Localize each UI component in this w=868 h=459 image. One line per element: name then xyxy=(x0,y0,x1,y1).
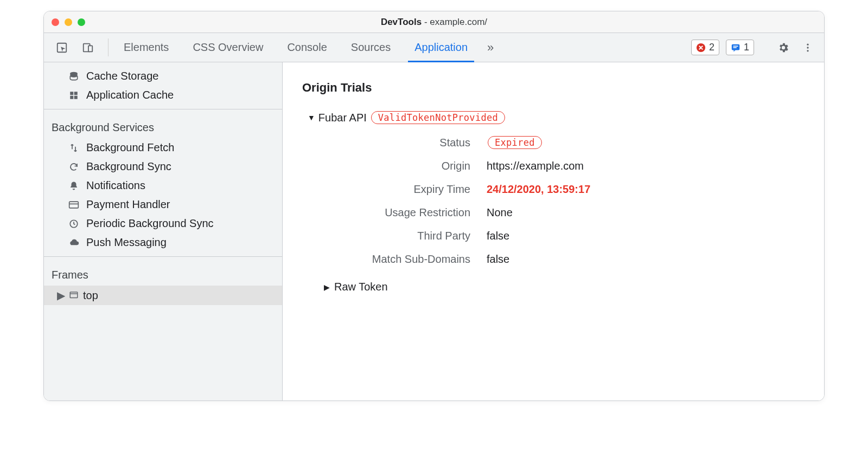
database-icon xyxy=(68,71,80,82)
svg-rect-11 xyxy=(70,92,73,95)
value-usage: None xyxy=(487,206,805,219)
credit-card-icon xyxy=(68,201,80,209)
sidebar-item-payment-handler[interactable]: Payment Handler xyxy=(44,195,282,214)
svg-point-9 xyxy=(807,50,808,51)
svg-rect-12 xyxy=(74,92,78,95)
frames-top-item[interactable]: ▶ top xyxy=(44,286,282,305)
sidebar-item-label: Application Cache xyxy=(86,89,174,101)
svg-rect-5 xyxy=(733,46,738,47)
sidebar-group-background: Background Services Background Fetch Bac… xyxy=(44,109,282,257)
more-vertical-icon xyxy=(802,42,813,53)
sidebar-header-frames: Frames xyxy=(44,261,282,286)
bell-icon xyxy=(68,181,80,191)
label-third-party: Third Party xyxy=(329,230,470,242)
sidebar-item-label: Payment Handler xyxy=(86,198,170,211)
svg-rect-2 xyxy=(88,46,92,51)
tab-console[interactable]: Console xyxy=(275,33,339,62)
sidebar-item-background-sync[interactable]: Background Sync xyxy=(44,157,282,176)
errors-badge[interactable]: 2 xyxy=(691,40,719,55)
title-page: example.com/ xyxy=(430,17,487,27)
error-icon xyxy=(696,43,706,53)
sync-icon xyxy=(68,162,80,172)
frame-icon xyxy=(69,290,79,300)
window-zoom-button[interactable] xyxy=(78,18,85,26)
settings-button[interactable] xyxy=(774,38,793,57)
title-app: DevTools xyxy=(381,17,422,27)
sidebar-item-cache-storage[interactable]: Cache Storage xyxy=(44,67,282,86)
frames-top-label: top xyxy=(83,289,98,302)
tab-css-overview[interactable]: CSS Overview xyxy=(181,33,275,62)
origin-trial: ▼ Fubar API ValidTokenNotProvided Status… xyxy=(308,111,805,293)
tab-sources[interactable]: Sources xyxy=(339,33,403,62)
devtools-toolbar: Elements CSS Overview Console Sources Ap… xyxy=(44,33,824,62)
sidebar-item-background-fetch[interactable]: Background Fetch xyxy=(44,138,282,157)
sidebar-item-notifications[interactable]: Notifications xyxy=(44,176,282,195)
sidebar-item-label: Background Sync xyxy=(86,160,171,173)
panel-tabs: Elements CSS Overview Console Sources Ap… xyxy=(112,33,480,62)
clock-icon xyxy=(68,219,80,229)
collapse-triangle-icon: ▼ xyxy=(308,113,315,122)
application-sidebar: Cache Storage Application Cache Backgrou… xyxy=(44,62,283,400)
grid-icon xyxy=(68,90,80,100)
value-match-subdomains: false xyxy=(487,253,805,266)
label-status: Status xyxy=(329,137,470,149)
devtools-window: DevTools - example.com/ Elements CSS Ove… xyxy=(43,11,825,401)
sidebar-item-label: Push Messaging xyxy=(86,236,167,249)
chevron-double-right-icon: » xyxy=(487,41,494,55)
label-usage: Usage Restriction xyxy=(329,206,470,219)
svg-rect-13 xyxy=(70,95,73,99)
svg-point-7 xyxy=(807,43,808,45)
issues-badge[interactable]: 1 xyxy=(726,40,754,55)
sidebar-item-label: Cache Storage xyxy=(86,70,158,82)
value-origin: https://example.com xyxy=(487,160,805,172)
sidebar-item-label: Background Fetch xyxy=(86,141,174,154)
sidebar-header-background: Background Services xyxy=(44,114,282,138)
panel-body: Cache Storage Application Cache Backgrou… xyxy=(44,62,824,400)
status-pill: Expired xyxy=(488,136,542,149)
svg-rect-15 xyxy=(69,202,79,208)
window-close-button[interactable] xyxy=(52,18,59,26)
issues-count: 1 xyxy=(744,42,749,53)
sidebar-item-periodic-sync[interactable]: Periodic Background Sync xyxy=(44,214,282,233)
sidebar-group-cache: Cache Storage Application Cache xyxy=(44,62,282,109)
tab-application[interactable]: Application xyxy=(403,33,480,62)
value-third-party: false xyxy=(487,230,805,242)
sidebar-item-label: Periodic Background Sync xyxy=(86,217,214,230)
trial-header[interactable]: ▼ Fubar API ValidTokenNotProvided xyxy=(308,111,805,124)
window-minimize-button[interactable] xyxy=(65,18,72,26)
cloud-icon xyxy=(68,238,80,247)
expand-triangle-icon[interactable]: ▶ xyxy=(57,289,65,302)
value-expiry: 24/12/2020, 13:59:17 xyxy=(487,183,805,196)
separator xyxy=(108,38,108,56)
svg-rect-6 xyxy=(733,47,736,48)
traffic-lights xyxy=(52,18,85,26)
sidebar-item-push-messaging[interactable]: Push Messaging xyxy=(44,233,282,252)
tab-elements[interactable]: Elements xyxy=(112,33,181,62)
value-status: Expired xyxy=(487,136,805,149)
sidebar-item-label: Notifications xyxy=(86,179,145,192)
trial-details: Status Expired Origin https://example.co… xyxy=(329,136,805,266)
label-expiry: Expiry Time xyxy=(329,183,470,196)
gear-icon xyxy=(777,42,789,54)
more-tabs-button[interactable]: » xyxy=(480,33,501,62)
svg-point-8 xyxy=(807,47,808,48)
page-title: Origin Trials xyxy=(302,81,805,95)
raw-token-label: Raw Token xyxy=(334,281,388,293)
trial-badge: ValidTokenNotProvided xyxy=(371,111,505,124)
expand-triangle-icon: ▶ xyxy=(324,283,330,292)
label-match-subdomains: Match Sub-Domains xyxy=(329,253,470,266)
sidebar-group-frames: Frames ▶ top xyxy=(44,257,282,309)
window-title: DevTools - example.com/ xyxy=(44,17,824,28)
kebab-menu-button[interactable] xyxy=(799,39,816,56)
device-toolbar-icon[interactable] xyxy=(79,38,97,57)
sidebar-item-application-cache[interactable]: Application Cache xyxy=(44,86,282,105)
svg-rect-4 xyxy=(732,44,739,50)
raw-token-row[interactable]: ▶ Raw Token xyxy=(324,281,805,293)
errors-count: 2 xyxy=(709,42,714,53)
issue-icon xyxy=(731,43,741,53)
trial-name: Fubar API xyxy=(318,112,367,124)
svg-rect-18 xyxy=(70,292,78,298)
inspect-element-icon[interactable] xyxy=(53,38,71,57)
svg-rect-14 xyxy=(74,95,78,99)
titlebar: DevTools - example.com/ xyxy=(44,11,824,33)
